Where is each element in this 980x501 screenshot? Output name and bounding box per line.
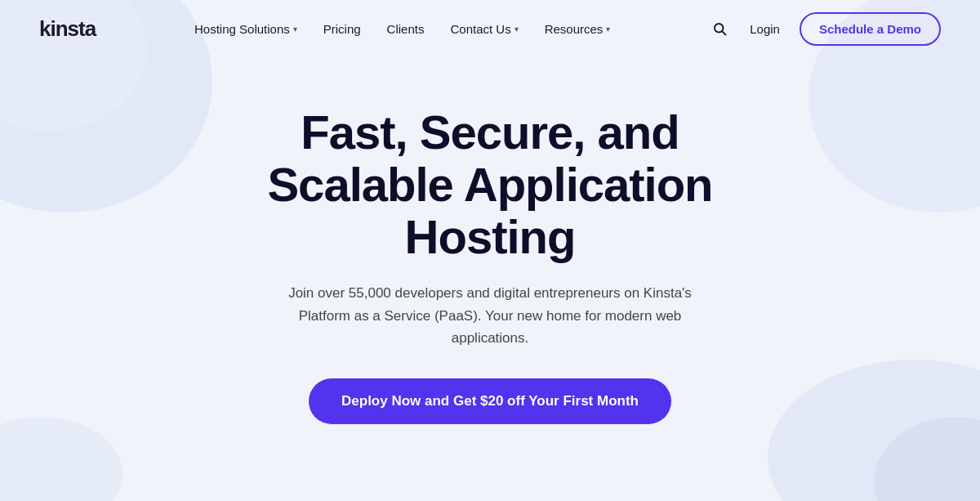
nav-item-resources[interactable]: Resources ▾ — [535, 16, 621, 42]
nav-right: Login Schedule a Demo — [709, 12, 941, 46]
search-icon — [712, 21, 727, 36]
logo[interactable]: kinsta — [39, 16, 96, 42]
nav-item-contact[interactable]: Contact Us ▾ — [440, 16, 528, 42]
nav-item-pricing[interactable]: Pricing — [314, 16, 371, 42]
cta-button[interactable]: Deploy Now and Get $20 off Your First Mo… — [309, 378, 671, 424]
logo-text: kinsta — [39, 16, 96, 42]
nav-link-hosting[interactable]: Hosting Solutions ▾ — [185, 16, 307, 42]
navbar: kinsta Hosting Solutions ▾ Pricing Clien… — [0, 0, 980, 57]
chevron-down-icon: ▾ — [514, 25, 519, 34]
nav-link-contact[interactable]: Contact Us ▾ — [440, 16, 528, 42]
nav-links: Hosting Solutions ▾ Pricing Clients Cont… — [185, 16, 620, 42]
hero-section: Fast, Secure, and Scalable Application H… — [0, 57, 980, 457]
chevron-down-icon: ▾ — [606, 25, 610, 34]
search-button[interactable] — [709, 18, 730, 39]
schedule-demo-button[interactable]: Schedule a Demo — [800, 12, 941, 46]
chevron-down-icon: ▾ — [293, 25, 297, 34]
hero-title: Fast, Secure, and Scalable Application H… — [204, 106, 776, 262]
nav-link-resources[interactable]: Resources ▾ — [535, 16, 621, 42]
login-link[interactable]: Login — [750, 22, 780, 36]
nav-link-clients[interactable]: Clients — [377, 16, 434, 42]
svg-line-7 — [723, 31, 726, 34]
nav-link-pricing[interactable]: Pricing — [314, 16, 371, 42]
nav-item-hosting[interactable]: Hosting Solutions ▾ — [185, 16, 307, 42]
nav-item-clients[interactable]: Clients — [377, 16, 434, 42]
hero-subtitle: Join over 55,000 developers and digital … — [278, 282, 702, 349]
